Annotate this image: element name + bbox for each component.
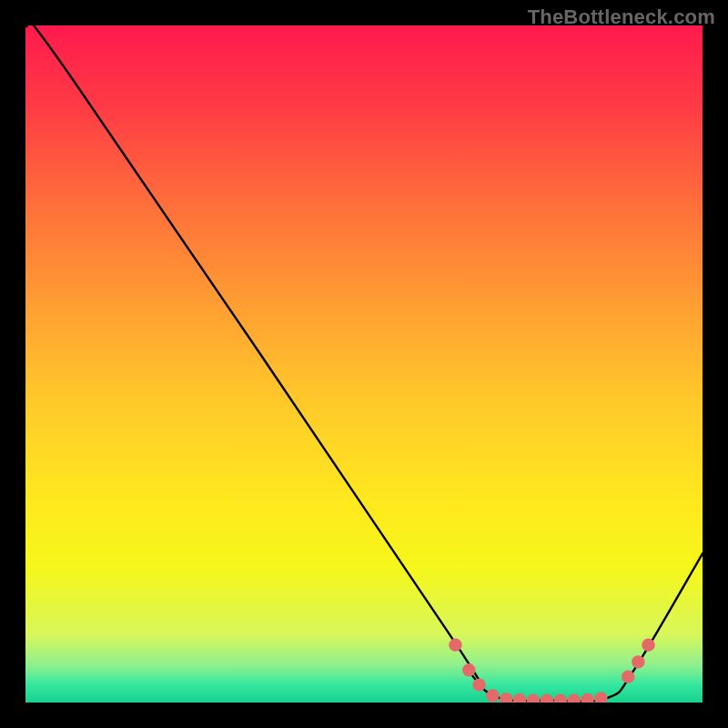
- chart-stage: TheBottleneck.com: [0, 0, 728, 728]
- gradient-background: [25, 25, 703, 703]
- marker-point: [622, 671, 634, 683]
- marker-point: [486, 689, 499, 702]
- marker-point: [472, 678, 485, 691]
- plot-area: [25, 25, 703, 703]
- chart-svg: [25, 25, 703, 703]
- marker-point: [449, 639, 461, 652]
- marker-point: [462, 663, 475, 676]
- marker-point: [642, 639, 654, 652]
- marker-point: [632, 655, 644, 668]
